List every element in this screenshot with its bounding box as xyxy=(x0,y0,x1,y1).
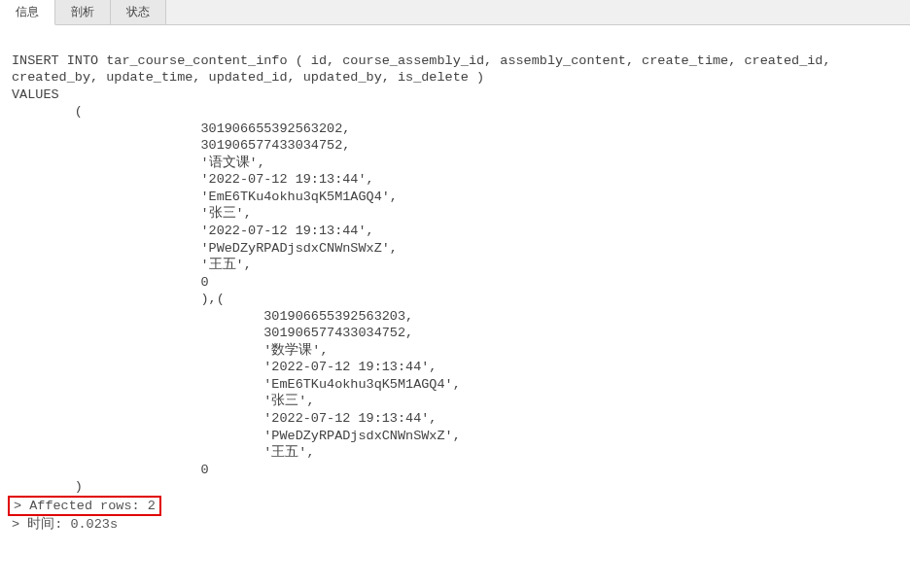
sql-value: '数学课', xyxy=(12,343,329,358)
tab-bar: 信息 剖析 状态 xyxy=(0,0,910,25)
sql-value: 0 xyxy=(12,463,217,477)
sql-value: 'EmE6TKu4okhu3qK5M1AGQ4', xyxy=(12,190,398,204)
sql-line: INSERT INTO tar_course_content_info ( id… xyxy=(12,53,831,68)
sql-value: ),( xyxy=(12,292,225,306)
sql-value: '张三', xyxy=(12,206,252,221)
sql-line: created_by, update_time, updated_id, upd… xyxy=(12,70,484,85)
tab-status[interactable]: 状态 xyxy=(111,0,166,24)
sql-value: 301906655392563202, xyxy=(12,121,350,136)
sql-value: 301906577433034752, xyxy=(12,138,350,153)
sql-value: '语文课', xyxy=(12,156,265,170)
elapsed-time-text: > 时间: 0.023s xyxy=(12,517,118,532)
sql-value: 'EmE6TKu4okhu3qK5M1AGQ4', xyxy=(12,377,461,392)
sql-value: '2022-07-12 19:13:44', xyxy=(12,360,437,374)
sql-line: ) xyxy=(12,479,83,494)
sql-value: 301906577433034752, xyxy=(12,326,413,340)
affected-rows-text: > Affected rows: 2 xyxy=(14,499,156,513)
sql-line: VALUES xyxy=(12,87,59,102)
tab-profile[interactable]: 剖析 xyxy=(55,0,111,24)
tab-info[interactable]: 信息 xyxy=(0,0,55,25)
sql-value: '王五', xyxy=(12,445,315,460)
sql-value: 'PWeDZyRPADjsdxCNWnSWxZ', xyxy=(12,429,461,443)
sql-value: '2022-07-12 19:13:44', xyxy=(12,224,374,238)
sql-value: 'PWeDZyRPADjsdxCNWnSWxZ', xyxy=(12,241,398,256)
sql-line: ( xyxy=(12,104,83,119)
sql-value: 301906655392563203, xyxy=(12,309,413,324)
sql-value: '2022-07-12 19:13:44', xyxy=(12,411,437,426)
sql-value: '王五', xyxy=(12,258,252,272)
sql-output: INSERT INTO tar_course_content_info ( id… xyxy=(0,25,910,543)
sql-value: '2022-07-12 19:13:44', xyxy=(12,172,374,187)
sql-value: '张三', xyxy=(12,394,315,408)
sql-value: 0 xyxy=(12,275,217,290)
affected-rows-highlight: > Affected rows: 2 xyxy=(8,496,161,517)
